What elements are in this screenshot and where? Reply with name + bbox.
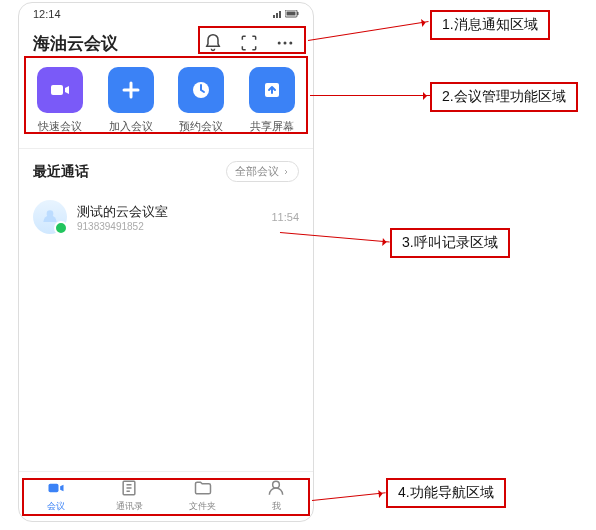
annotation-arrow — [312, 492, 386, 501]
nav-label: 会议 — [47, 500, 65, 513]
action-label: 加入会议 — [109, 119, 153, 134]
call-item[interactable]: 测试的云会议室 913839491852 11:54 — [33, 194, 299, 240]
svg-point-15 — [273, 481, 280, 488]
header: 海油云会议 — [19, 25, 313, 61]
annotation-label-1: 1.消息通知区域 — [430, 10, 550, 40]
more-icon[interactable] — [275, 33, 295, 53]
user-icon — [266, 478, 286, 498]
folder-icon — [193, 478, 213, 498]
all-meetings-button[interactable]: 全部会议 — [226, 161, 299, 182]
video-icon — [46, 478, 66, 498]
chevron-right-icon — [282, 168, 290, 176]
call-name: 测试的云会议室 — [77, 203, 261, 221]
status-time: 12:14 — [33, 8, 61, 20]
nav-files[interactable]: 文件夹 — [173, 478, 233, 513]
share-icon — [249, 67, 295, 113]
call-list: 测试的云会议室 913839491852 11:54 — [19, 186, 313, 471]
annotation-arrow — [310, 95, 430, 96]
nav-label: 我 — [272, 500, 281, 513]
annotation-label-3: 3.呼叫记录区域 — [390, 228, 510, 258]
avatar — [33, 200, 67, 234]
nav-label: 通讯录 — [116, 500, 143, 513]
call-sub: 913839491852 — [77, 221, 261, 232]
header-actions — [199, 31, 299, 55]
svg-point-7 — [284, 42, 287, 45]
svg-point-12 — [47, 210, 54, 217]
svg-point-6 — [278, 42, 281, 45]
nav-meeting[interactable]: 会议 — [26, 478, 86, 513]
bottom-nav: 会议 通讯录 文件夹 我 — [19, 471, 313, 521]
plus-icon — [108, 67, 154, 113]
action-label: 预约会议 — [179, 119, 223, 134]
recent-title: 最近通话 — [33, 163, 89, 181]
annotation-label-4: 4.功能导航区域 — [386, 478, 506, 508]
join-meeting-button[interactable]: 加入会议 — [99, 67, 163, 134]
quick-meeting-button[interactable]: 快速会议 — [28, 67, 92, 134]
call-info: 测试的云会议室 913839491852 — [77, 203, 261, 232]
annotation-arrow — [308, 21, 429, 41]
share-screen-button[interactable]: 共享屏幕 — [240, 67, 304, 134]
video-icon — [37, 67, 83, 113]
action-label: 共享屏幕 — [250, 119, 294, 134]
svg-rect-9 — [51, 85, 63, 95]
schedule-meeting-button[interactable]: 预约会议 — [169, 67, 233, 134]
all-meetings-label: 全部会议 — [235, 164, 279, 179]
svg-rect-4 — [287, 12, 296, 16]
status-bar: 12:14 — [19, 3, 313, 25]
svg-rect-2 — [279, 11, 281, 18]
recent-section-header: 最近通话 全部会议 — [19, 149, 313, 186]
bell-icon[interactable] — [203, 33, 223, 53]
meeting-actions: 快速会议 加入会议 预约会议 共享屏幕 — [19, 61, 313, 149]
nav-contacts[interactable]: 通讯录 — [99, 478, 159, 513]
status-indicators — [272, 9, 299, 19]
nav-me[interactable]: 我 — [246, 478, 306, 513]
svg-rect-1 — [276, 13, 278, 18]
contacts-icon — [119, 478, 139, 498]
call-time: 11:54 — [271, 211, 299, 223]
annotation-label-2: 2.会议管理功能区域 — [430, 82, 578, 112]
app-title: 海油云会议 — [33, 32, 118, 55]
svg-rect-5 — [297, 12, 299, 15]
svg-rect-13 — [48, 484, 58, 492]
svg-point-8 — [289, 42, 292, 45]
action-label: 快速会议 — [38, 119, 82, 134]
scan-icon[interactable] — [239, 33, 259, 53]
svg-rect-0 — [273, 15, 275, 18]
phone-frame: 12:14 海油云会议 快速会议 — [18, 2, 314, 522]
clock-icon — [178, 67, 224, 113]
nav-label: 文件夹 — [189, 500, 216, 513]
